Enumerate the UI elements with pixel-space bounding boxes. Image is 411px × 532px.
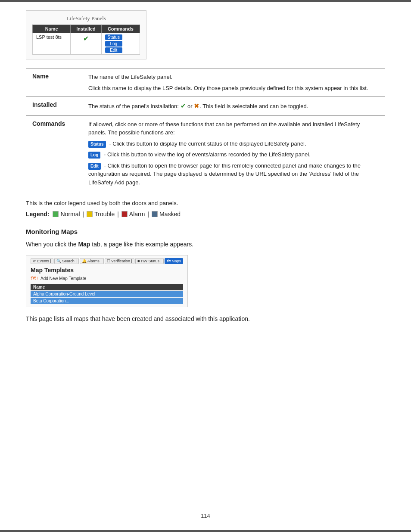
page-number: 114 xyxy=(201,513,210,519)
lsp-table: Name Installed Commands LSP test 8ts ✔ S… xyxy=(32,25,140,55)
nav-verification: ☐ Verification | xyxy=(105,258,134,264)
monitoring-maps-intro: When you click the Map tab, a page like … xyxy=(26,240,385,249)
def-label-name: Name xyxy=(26,68,82,97)
legend-row: Legend: Normal | Trouble | Alarm | Maske… xyxy=(26,211,385,218)
legend-item-alarm: Alarm xyxy=(121,211,145,218)
def-row-commands: Commands If allowed, click one or more o… xyxy=(26,115,385,191)
nav-alarms: 🔔 Alarms | xyxy=(80,258,104,264)
commands-status-line: Status - Click this button to display th… xyxy=(88,140,379,148)
bottom-border xyxy=(0,530,411,532)
def-row-installed: Installed The status of the panel's inst… xyxy=(26,97,385,116)
status-button[interactable]: Status xyxy=(105,34,122,40)
add-map-label: Add New Map Template xyxy=(40,276,86,281)
legend-item-masked: Masked xyxy=(152,211,181,218)
nav-hwstatus: ■ HW Status | xyxy=(135,258,164,264)
alarm-label: Alarm xyxy=(129,211,145,218)
alarm-swatch xyxy=(121,211,128,217)
maps-footer-text: This page lists all maps that have been … xyxy=(26,314,385,324)
normal-label: Normal xyxy=(60,211,80,218)
def-label-installed: Installed xyxy=(26,97,82,116)
legend-sep-1: | xyxy=(83,211,84,218)
col-name: Name xyxy=(33,25,71,33)
nav-events: ⟳ Events | xyxy=(31,258,53,264)
row-commands: Status Log Edit xyxy=(101,33,140,55)
log-button[interactable]: Log xyxy=(105,41,122,47)
installed-desc: The status of the panel's installation: … xyxy=(88,101,379,111)
lsp-table-title: LifeSafety Panels xyxy=(32,15,140,22)
add-map-icon: 🗺+ xyxy=(31,275,39,281)
checkmark-icon: ✔ xyxy=(83,35,89,42)
map-list-header: Name xyxy=(31,284,183,290)
legend-item-trouble: Trouble xyxy=(87,211,115,218)
table-row: LSP test 8ts ✔ Status Log Edit xyxy=(33,33,140,55)
trouble-label: Trouble xyxy=(94,211,115,218)
def-content-installed: The status of the panel's installation: … xyxy=(82,97,385,116)
map-screenshot-box: ⟳ Events | 🔍 Search | 🔔 Alarms | ☐ Verif… xyxy=(26,255,188,307)
legend-sep-2: | xyxy=(117,211,119,218)
inline-edit-btn: Edit xyxy=(88,163,101,170)
map-add-button[interactable]: 🗺+ Add New Map Template xyxy=(31,275,183,281)
nav-maps: 🗺 Maps xyxy=(165,258,184,264)
normal-swatch xyxy=(53,211,59,217)
col-installed: Installed xyxy=(71,25,101,33)
monitoring-maps-heading: Monitoring Maps xyxy=(26,228,385,235)
row-installed: ✔ xyxy=(71,33,101,55)
definitions-table: Name The name of the LifeSafety panel. C… xyxy=(26,68,385,191)
def-content-name: The name of the LifeSafety panel. Click … xyxy=(82,68,385,97)
col-commands: Commands xyxy=(101,25,140,33)
map-list-item-2[interactable]: Beta Corporation... xyxy=(31,298,183,304)
commands-edit-line: Edit - Click this button to open the bro… xyxy=(88,162,379,187)
edit-button[interactable]: Edit xyxy=(105,47,122,53)
def-row-name: Name The name of the LifeSafety panel. C… xyxy=(26,68,385,97)
inline-log-btn: Log xyxy=(88,152,100,159)
page-wrapper: LifeSafety Panels Name Installed Command… xyxy=(0,0,411,532)
def-content-commands: If allowed, click one or more of these f… xyxy=(82,115,385,191)
content-area: LifeSafety Panels Name Installed Command… xyxy=(0,2,411,347)
legend-intro-text: This is the color legend used by both th… xyxy=(26,200,385,206)
legend-sep-3: | xyxy=(147,211,149,218)
page-footer: 114 xyxy=(0,513,411,519)
trouble-swatch xyxy=(87,211,93,217)
map-templates-title: Map Templates xyxy=(31,267,183,274)
commands-log-line: Log - Click this button to view the log … xyxy=(88,150,379,159)
map-list-item-1[interactable]: Alpha Corporation-Ground Level xyxy=(31,291,183,297)
commands-intro: If allowed, click one or more of these f… xyxy=(88,120,379,137)
inline-status-btn: Status xyxy=(88,141,106,148)
row-name: LSP test 8ts xyxy=(33,33,71,55)
lsp-screenshot-box: LifeSafety Panels Name Installed Command… xyxy=(26,10,146,59)
map-nav-bar: ⟳ Events | 🔍 Search | 🔔 Alarms | ☐ Verif… xyxy=(31,258,183,264)
def-label-commands: Commands xyxy=(26,115,82,191)
legend-item-normal: Normal xyxy=(53,211,80,218)
nav-search: 🔍 Search | xyxy=(54,258,79,264)
legend-label: Legend: xyxy=(26,211,49,218)
masked-label: Masked xyxy=(159,211,181,218)
masked-swatch xyxy=(152,211,158,217)
